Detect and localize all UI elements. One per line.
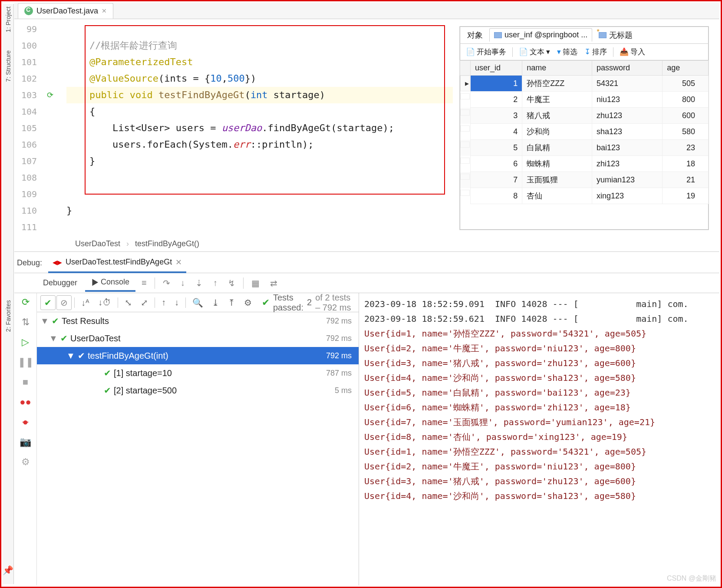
table-row[interactable]: 2牛魔王niu123800: [460, 92, 709, 108]
test-node[interactable]: ▼✔UserDaoTest792 ms: [37, 330, 359, 347]
editor-tab[interactable]: UserDaoTest.java ✕: [18, 3, 113, 19]
debug-label: Debug:: [17, 258, 42, 268]
table-row[interactable]: 8杏仙xing12319: [460, 188, 709, 204]
show-ignored-icon[interactable]: ⊘: [56, 295, 72, 310]
table-star-icon: [599, 32, 607, 38]
sidebar-project[interactable]: 1: Project: [5, 4, 12, 35]
table-row[interactable]: 7玉面狐狸yumian12321: [460, 172, 709, 188]
test-node[interactable]: ✔[2] startage=5005 ms: [37, 382, 359, 399]
rerun-icon[interactable]: ⟳: [22, 297, 30, 308]
sidebar-structure[interactable]: 7: Structure: [5, 48, 12, 84]
test-tree-section: ✔ ⊘ ↓ᴬ ↓⏱ ⤡ ⤢ ↑ ↓ 🔍 ⤓ ⤒ ⚙ ✔ Tests passed…: [37, 293, 359, 585]
toggle-icon[interactable]: ⇅: [22, 317, 30, 328]
table-row[interactable]: 3猪八戒zhu123600: [460, 108, 709, 124]
export-tests-icon[interactable]: ⤒: [224, 295, 239, 310]
debug-toolrow: Debugger Console ≡ ↷ ↓ ⇣ ↑ ↯ ▦ ⇄: [14, 273, 719, 293]
table-row[interactable]: 6蜘蛛精zhi12318: [460, 156, 709, 172]
sort-button[interactable]: ↧排序: [582, 46, 610, 58]
watermark: CSDN @金剛豬: [667, 574, 716, 583]
db-tabs: 对象 user_inf @springboot ... 无标题: [460, 26, 709, 44]
settings-icon[interactable]: ⚙: [21, 456, 30, 468]
line-gutter: 99100101102103104105106107108109110111: [14, 19, 42, 235]
camera-icon[interactable]: 📷: [20, 436, 31, 448]
import-button[interactable]: 📥导入: [617, 46, 648, 58]
db-tab-untitled[interactable]: 无标题: [594, 28, 637, 43]
breadcrumb-method[interactable]: testFindByAgeGt(): [135, 236, 199, 251]
code-body[interactable]: //根据年龄进行查询 @ParameterizedTest @ValueSour…: [58, 19, 453, 235]
db-tab-userinf[interactable]: user_inf @springboot ...: [489, 28, 592, 42]
db-tab-objects[interactable]: 对象: [462, 28, 488, 43]
debug-panel: Debug: ◀▶ UserDaoTest.testFindByAgeGt ✕ …: [14, 253, 719, 585]
text-button[interactable]: 📄文本 ▾: [516, 46, 553, 58]
code-editor[interactable]: 99100101102103104105106107108109110111 ⟳…: [14, 19, 453, 235]
prev-fail-icon[interactable]: ↑: [158, 295, 170, 310]
sort-icon: ↧: [584, 47, 590, 56]
database-window: 对象 user_inf @springboot ... 无标题 📄开始事务 📄文…: [459, 26, 709, 230]
debug-bar: Debug: ◀▶ UserDaoTest.testFindByAgeGt ✕: [14, 253, 719, 273]
close-icon[interactable]: ✕: [102, 7, 107, 14]
debug-side-icons: ⟳ ⇅ ▷ ❚❚ ■ ●● ● 📷 ⚙: [14, 293, 37, 585]
table-row[interactable]: 5白鼠精bai12323: [460, 140, 709, 156]
test-toolbar: ✔ ⊘ ↓ᴬ ↓⏱ ⤡ ⤢ ↑ ↓ 🔍 ⤓ ⤒ ⚙ ✔ Tests passed…: [37, 293, 359, 312]
sort-time-icon[interactable]: ↓⏱: [94, 295, 115, 310]
force-step-into-icon[interactable]: ⇣: [191, 276, 207, 290]
close-icon[interactable]: ✕: [175, 258, 182, 267]
play-icon: [91, 279, 98, 286]
table-row[interactable]: ▸1孙悟空ZZZ54321505: [460, 76, 709, 92]
test-tree[interactable]: ▼✔Test Results792 ms▼✔UserDaoTest792 ms▼…: [37, 312, 359, 585]
editor-tabs: UserDaoTest.java ✕: [14, 3, 719, 19]
stop-icon[interactable]: ■: [23, 377, 28, 388]
filter-button[interactable]: ▾筛选: [554, 46, 580, 58]
expand-all-icon[interactable]: ⤡: [121, 295, 136, 310]
import-tests-icon[interactable]: ⤓: [208, 295, 223, 310]
find-icon[interactable]: 🔍: [188, 295, 207, 310]
evaluate-icon[interactable]: ▦: [247, 276, 264, 290]
begin-transaction-button[interactable]: 📄开始事务: [463, 46, 509, 58]
test-node[interactable]: ▼✔testFindByAgeGt(int)792 ms: [37, 347, 359, 364]
db-table[interactable]: user_idnamepasswordage ▸1孙悟空ZZZ543215052…: [460, 60, 709, 204]
console-tab[interactable]: Console: [85, 274, 135, 292]
breadcrumb-class[interactable]: UserDaoTest: [75, 236, 120, 251]
chevron-right-icon: ›: [126, 236, 129, 251]
debugger-tab[interactable]: Debugger: [37, 275, 83, 291]
db-toolbar: 📄开始事务 📄文本 ▾ ▾筛选 ↧排序 📥导入: [460, 44, 709, 60]
test-node[interactable]: ✔[1] startage=10787 ms: [37, 364, 359, 382]
check-icon: ✔: [262, 297, 270, 308]
sidebar-favorites[interactable]: 2: Favorites: [5, 297, 12, 334]
editor-area: UserDaoTest.java ✕ 991001011021031041051…: [14, 3, 719, 252]
next-fail-icon[interactable]: ↓: [171, 295, 183, 310]
step-out-icon[interactable]: ↑: [209, 276, 222, 290]
trace-icon[interactable]: ⇄: [266, 276, 282, 290]
java-file-icon: [24, 7, 33, 15]
test-settings-icon[interactable]: ⚙: [240, 295, 256, 310]
console-output[interactable]: 2023-09-18 18:52:59.091 INFO 14028 --- […: [359, 293, 719, 585]
step-into-icon[interactable]: ↓: [176, 276, 189, 290]
resume-icon[interactable]: ▷: [22, 337, 29, 348]
threads-icon[interactable]: ≡: [137, 276, 151, 290]
drop-frame-icon[interactable]: ↯: [224, 276, 240, 290]
pause-icon[interactable]: ❚❚: [18, 357, 33, 368]
collapse-all-icon[interactable]: ⤢: [137, 295, 152, 310]
sort-alpha-icon[interactable]: ↓ᴬ: [77, 295, 93, 310]
left-tool-strip: 1: Project 7: Structure 2: Favorites 📌: [3, 4, 14, 584]
gutter-marks: ⟳: [42, 19, 58, 235]
table-row[interactable]: 4沙和尚sha123580: [460, 124, 709, 140]
filter-icon: ▾: [557, 47, 561, 56]
step-over-icon[interactable]: ↷: [158, 276, 175, 290]
tests-status: ✔ Tests passed: 2 of 2 tests – 792 ms: [257, 293, 355, 313]
mute-breakpoints-icon[interactable]: ●: [23, 416, 28, 428]
pin-icon[interactable]: 📌: [3, 565, 13, 575]
show-passed-icon[interactable]: ✔: [40, 295, 56, 310]
debug-body: ⟳ ⇅ ▷ ❚❚ ■ ●● ● 📷 ⚙ ✔ ⊘ ↓ᴬ ↓⏱ ⤡ ⤢ ↑ ↓: [14, 293, 719, 585]
view-breakpoints-icon[interactable]: ●●: [20, 396, 31, 408]
run-config-icon: ◀▶: [53, 259, 62, 266]
debug-run-name: UserDaoTest.testFindByAgeGt: [66, 258, 172, 267]
test-node[interactable]: ▼✔Test Results792 ms: [37, 312, 359, 330]
editor-tab-filename: UserDaoTest.java: [36, 7, 98, 16]
breadcrumb[interactable]: UserDaoTest › testFindByAgeGt(): [75, 236, 199, 251]
debug-run-tab[interactable]: ◀▶ UserDaoTest.testFindByAgeGt ✕: [48, 253, 186, 273]
table-icon: [494, 32, 502, 38]
